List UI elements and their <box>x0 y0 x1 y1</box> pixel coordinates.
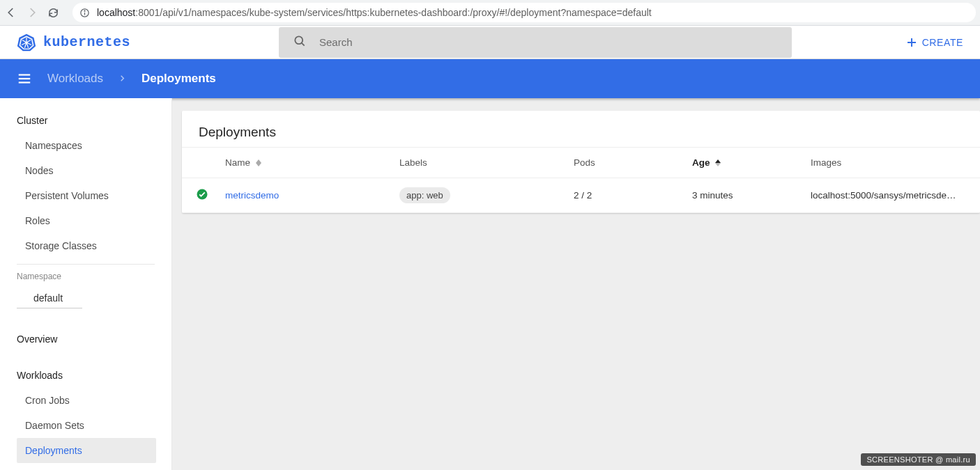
col-name[interactable]: Name <box>217 148 391 178</box>
sort-icon <box>256 159 261 166</box>
sidebar-item-storage-classes[interactable]: Storage Classes <box>0 233 171 258</box>
sidebar-item-jobs[interactable]: Jobs <box>0 463 171 470</box>
namespace-label: Namespace <box>0 272 171 281</box>
sidebar: Cluster Namespaces Nodes Persistent Volu… <box>0 98 172 470</box>
plus-icon <box>905 36 918 49</box>
reload-icon[interactable] <box>46 6 60 19</box>
cell-pods: 2 / 2 <box>565 178 684 213</box>
sidebar-item-cron-jobs[interactable]: Cron Jobs <box>0 388 171 413</box>
cell-images: localhost:5000/sansys/metricsde… <box>802 178 980 213</box>
label-chip: app: web <box>399 187 450 203</box>
create-button[interactable]: CREATE <box>905 36 963 49</box>
logo-area: kubernetes <box>17 33 268 52</box>
forward-icon[interactable] <box>25 6 39 19</box>
sidebar-overview[interactable]: Overview <box>0 324 171 352</box>
content-area: Deployments Name Labels Pods <box>172 98 980 470</box>
sidebar-section-cluster[interactable]: Cluster <box>0 105 171 133</box>
col-labels[interactable]: Labels <box>391 148 565 178</box>
svg-point-2 <box>84 10 85 11</box>
sidebar-item-persistent-volumes[interactable]: Persistent Volumes <box>0 183 171 208</box>
url-port: :8001 <box>135 7 160 18</box>
browser-chrome: localhost:8001/api/v1/namespaces/kube-sy… <box>0 0 980 26</box>
search-input[interactable] <box>319 36 778 48</box>
sidebar-item-roles[interactable]: Roles <box>0 208 171 233</box>
back-icon[interactable] <box>4 6 18 19</box>
kubernetes-logo-icon <box>17 33 36 52</box>
deployments-card: Deployments Name Labels Pods <box>182 111 980 213</box>
breadcrumb-bar: Workloads Deployments <box>0 59 980 98</box>
col-images[interactable]: Images <box>802 148 980 178</box>
col-status <box>182 148 217 178</box>
sidebar-item-daemon-sets[interactable]: Daemon Sets <box>0 413 171 438</box>
search-icon <box>293 34 307 51</box>
sidebar-item-nodes[interactable]: Nodes <box>0 158 171 183</box>
svg-line-15 <box>302 42 305 45</box>
sidebar-item-deployments[interactable]: Deployments <box>17 438 156 463</box>
namespace-value: default <box>33 292 63 304</box>
status-ok-icon <box>196 188 208 201</box>
menu-icon[interactable] <box>17 71 32 86</box>
search-box[interactable] <box>279 27 792 58</box>
svg-point-14 <box>295 36 303 44</box>
table-row[interactable]: metricsdemo app: web 2 / 2 3 minutes loc… <box>182 178 980 213</box>
chevron-right-icon <box>118 72 126 86</box>
breadcrumb-root[interactable]: Workloads <box>47 72 103 86</box>
url-path: /api/v1/namespaces/kube-system/services/… <box>160 7 651 18</box>
url-host: localhost <box>97 7 135 18</box>
deployment-name-link[interactable]: metricsdemo <box>225 190 279 201</box>
sort-icon <box>715 159 721 166</box>
namespace-select[interactable]: default <box>17 288 82 308</box>
card-title: Deployments <box>182 111 980 147</box>
brand-text: kubernetes <box>43 34 130 50</box>
sidebar-divider <box>17 264 155 265</box>
app-header: kubernetes CREATE <box>0 26 980 59</box>
cell-age: 3 minutes <box>684 178 802 213</box>
breadcrumb-current: Deployments <box>141 72 216 86</box>
info-icon <box>79 8 90 18</box>
deployments-table: Name Labels Pods Age <box>182 147 980 213</box>
sidebar-item-namespaces[interactable]: Namespaces <box>0 133 171 158</box>
sidebar-section-workloads[interactable]: Workloads <box>0 360 171 388</box>
col-age[interactable]: Age <box>684 148 802 178</box>
address-bar[interactable]: localhost:8001/api/v1/namespaces/kube-sy… <box>72 3 976 22</box>
create-label: CREATE <box>922 37 963 48</box>
col-pods[interactable]: Pods <box>565 148 684 178</box>
watermark: SCREENSHOTER @ mail.ru <box>861 453 976 466</box>
